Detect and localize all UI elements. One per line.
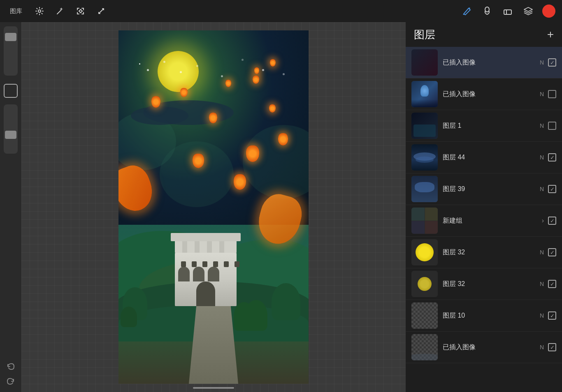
layer-visibility-checkbox[interactable] (548, 122, 556, 130)
layer-visibility-checkbox[interactable] (548, 217, 556, 225)
layer-visibility-checkbox[interactable] (548, 58, 556, 67)
layer-actions: N (540, 58, 556, 67)
layer-actions: › (542, 217, 556, 225)
magic-wand-icon[interactable] (53, 5, 67, 18)
main-area: 图层 + 已插入图像 N (0, 22, 562, 392)
canvas-scrollbar[interactable] (193, 387, 234, 389)
left-sidebar (0, 22, 21, 392)
layer-visibility-checkbox[interactable] (548, 90, 556, 98)
add-layer-button[interactable]: + (547, 29, 554, 40)
layer-thumbnail (411, 176, 438, 202)
toolbar-right (460, 5, 555, 18)
layers-panel: 图层 + 已插入图像 N (406, 22, 562, 392)
svg-point-2 (485, 7, 489, 12)
layer-visibility-checkbox[interactable] (548, 280, 556, 288)
layers-list: 已插入图像 N 已插入图像 N (406, 47, 562, 392)
gallery-button[interactable]: 图库 (7, 6, 26, 17)
layer-visibility-checkbox[interactable] (548, 248, 556, 256)
color-picker-button[interactable] (542, 5, 555, 18)
layer-mode: N (540, 281, 544, 287)
layer-mode: N (540, 122, 544, 129)
layer-thumbnail (411, 239, 438, 265)
layer-name: 图层 1 (443, 122, 535, 130)
layer-visibility-checkbox[interactable] (548, 343, 556, 351)
layer-actions: N (540, 185, 556, 193)
layer-name: 图层 44 (443, 153, 535, 162)
layer-mode: N (540, 186, 544, 192)
layer-item[interactable]: 已插入图像 N (406, 78, 562, 110)
top-toolbar: 图库 (0, 0, 562, 22)
layer-name: 新建组 (443, 217, 537, 225)
layer-thumbnail (411, 334, 438, 360)
layer-thumbnail (411, 144, 438, 171)
color-square-button[interactable] (4, 84, 18, 98)
layer-info: 已插入图像 (438, 90, 540, 99)
layer-info: 图层 1 (438, 122, 540, 130)
pencil-tool-icon[interactable] (460, 5, 473, 18)
layers-header: 图层 + (406, 22, 562, 47)
layer-info: 图层 44 (438, 153, 540, 162)
layer-thumbnail (411, 302, 438, 329)
layer-actions: N (540, 311, 556, 320)
opacity-slider[interactable] (4, 104, 18, 154)
layer-info: 已插入图像 (438, 58, 540, 67)
eraser-tool-icon[interactable] (501, 5, 514, 18)
layer-actions: N (540, 280, 556, 288)
selection-icon[interactable] (74, 5, 87, 18)
layer-name: 图层 32 (443, 280, 535, 288)
settings-icon[interactable] (33, 5, 46, 18)
layer-item[interactable]: 图层 10 N (406, 300, 562, 332)
layer-info: 图层 39 (438, 185, 540, 194)
toolbar-left: 图库 (7, 5, 108, 18)
fortress-element (167, 228, 245, 306)
layer-mode: N (540, 312, 544, 319)
layer-name: 已插入图像 (443, 58, 535, 67)
layer-item[interactable]: 图层 32 N (406, 268, 562, 300)
layer-name: 图层 39 (443, 185, 535, 194)
layer-item[interactable]: 图层 1 N (406, 110, 562, 142)
brush-size-slider[interactable] (4, 26, 18, 76)
layer-visibility-checkbox[interactable] (548, 153, 556, 161)
layer-thumbnail (411, 208, 438, 234)
layer-actions: N (540, 90, 556, 98)
layer-visibility-checkbox[interactable] (548, 311, 556, 320)
layer-info: 已插入图像 (438, 343, 540, 352)
layer-mode: N (540, 344, 544, 350)
canvas-wrapper (118, 30, 309, 384)
layer-actions: N (540, 153, 556, 161)
svg-line-1 (57, 10, 61, 14)
svg-rect-3 (504, 10, 511, 14)
transform-icon[interactable] (95, 5, 108, 18)
moon-element (158, 51, 199, 92)
layer-item[interactable]: 已插入图像 N (406, 332, 562, 363)
layers-title: 图层 (414, 28, 435, 42)
layer-thumbnail (411, 113, 438, 139)
layer-mode: N (540, 249, 544, 256)
layer-name: 图层 32 (443, 248, 535, 257)
smudge-tool-icon[interactable] (481, 5, 494, 18)
canvas-area[interactable] (21, 22, 406, 392)
layer-info: 图层 10 (438, 311, 540, 320)
layer-item-group[interactable]: 新建组 › (406, 205, 562, 237)
layer-actions: N (540, 343, 556, 351)
layer-info: 图层 32 (438, 280, 540, 288)
layer-item[interactable]: 已插入图像 N (406, 47, 562, 78)
layer-name: 已插入图像 (443, 343, 535, 352)
svg-point-0 (38, 10, 41, 12)
layer-info: 新建组 (438, 217, 542, 225)
undo-button[interactable] (4, 360, 17, 373)
layer-visibility-checkbox[interactable] (548, 185, 556, 193)
layer-item[interactable]: 图层 44 N (406, 142, 562, 173)
group-chevron-icon[interactable]: › (542, 217, 544, 224)
layer-thumbnail (411, 81, 438, 107)
layer-item[interactable]: 图层 39 N (406, 173, 562, 205)
layers-tool-icon[interactable] (522, 5, 535, 18)
layer-thumbnail (411, 271, 438, 297)
layer-info: 图层 32 (438, 248, 540, 257)
redo-button[interactable] (4, 375, 17, 388)
layer-item[interactable]: 图层 32 N (406, 237, 562, 268)
layer-actions: N (540, 122, 556, 130)
layer-actions: N (540, 248, 556, 256)
layer-name: 已插入图像 (443, 90, 535, 99)
layer-mode: N (540, 91, 544, 97)
